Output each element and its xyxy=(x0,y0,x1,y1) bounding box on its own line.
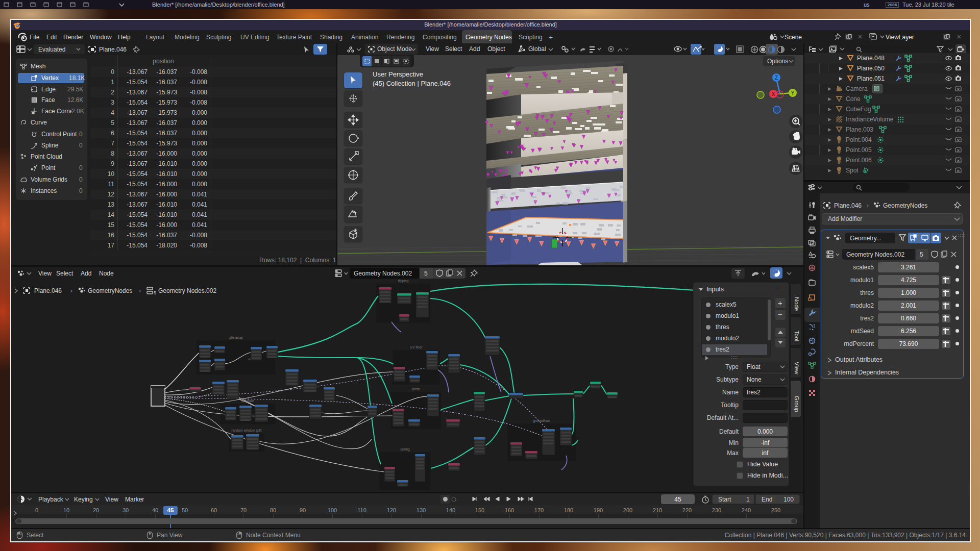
svg-text:pile array: pile array xyxy=(229,336,243,340)
svg-text:plinth: plinth xyxy=(412,387,420,391)
svg-text:ceiling: ceiling xyxy=(400,447,410,452)
svg-text:5: 5 xyxy=(154,290,156,295)
svg-text:Z: Z xyxy=(775,75,778,81)
svg-text:groundfloor: groundfloor xyxy=(533,419,551,423)
svg-text:Y: Y xyxy=(791,90,795,96)
svg-text:random window split: random window split xyxy=(232,429,262,433)
svg-text:flipping: flipping xyxy=(398,279,409,283)
svg-text:EV floor: EV floor xyxy=(410,345,423,349)
svg-text:X: X xyxy=(772,91,775,97)
